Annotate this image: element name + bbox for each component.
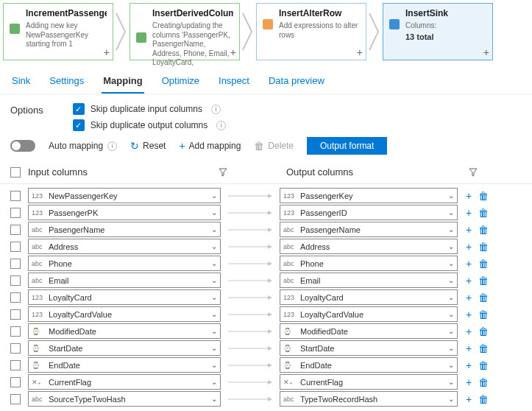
add-row-icon[interactable]: + [464,190,474,202]
add-row-icon[interactable]: + [464,241,474,253]
input-column-select[interactable]: abc PasengerName ⌄ [28,222,221,237]
delete-row-icon[interactable]: 🗑 [478,342,489,354]
add-row-icon[interactable]: + [464,342,474,354]
delete-row-icon[interactable]: 🗑 [478,393,489,405]
info-icon[interactable]: i [216,121,226,130]
add-after-icon[interactable]: + [357,46,363,58]
output-column-select[interactable]: abc TypeTwoRecordHash ⌄ [280,391,458,407]
input-column-select[interactable]: 123 PassengerPK ⌄ [28,205,221,220]
info-icon[interactable]: i [107,141,117,151]
row-checkbox[interactable] [10,242,21,252]
delete-row-icon[interactable]: 🗑 [478,224,489,236]
row-checkbox[interactable] [10,292,21,303]
add-row-icon[interactable]: + [464,224,474,236]
info-icon[interactable]: i [211,105,221,114]
output-column-select[interactable]: abc Address ⌄ [280,239,458,254]
delete-row-icon[interactable]: 🗑 [478,376,489,388]
tab-data-preview[interactable]: Data preview [267,71,326,94]
add-row-icon[interactable]: + [464,309,474,320]
add-after-icon[interactable]: + [230,46,236,58]
row-checkbox[interactable] [10,208,21,218]
row-checkbox[interactable] [10,259,21,269]
input-column-select[interactable]: ⌚ StartDate ⌄ [28,340,221,356]
delete-row-icon[interactable]: 🗑 [478,241,489,253]
output-column-name: StartDate [300,344,334,353]
tab-mapping[interactable]: Mapping [102,71,143,94]
add-row-icon[interactable]: + [464,359,474,371]
output-column-select[interactable]: ⌚ StartDate ⌄ [280,340,458,356]
flow-node-IncrementPassengerKey[interactable]: IncrementPassengerKey Adding new key New… [3,3,113,60]
delete-row-icon[interactable]: 🗑 [478,359,489,371]
input-column-select[interactable]: abc SourceTypeTwoHash ⌄ [28,391,221,407]
flow-node-InsertSink[interactable]: InsertSink Columns: 13 total + [383,3,493,60]
delete-row-icon[interactable]: 🗑 [478,190,489,202]
tab-optimize[interactable]: Optimize [160,71,201,94]
input-column-select[interactable]: abc Address ⌄ [28,239,221,254]
input-column-select[interactable]: ⌚ ModifiedDate ⌄ [28,323,221,339]
output-column-select[interactable]: abc Email ⌄ [280,273,458,288]
output-column-select[interactable]: 123 PassengerID ⌄ [280,205,458,220]
row-checkbox[interactable] [10,225,21,235]
tab-settings[interactable]: Settings [48,71,85,94]
output-format-button[interactable]: Output format [307,137,387,155]
row-checkbox[interactable] [10,326,21,337]
chevron-down-icon: ⌄ [448,259,454,267]
delete-row-icon[interactable]: 🗑 [478,292,489,303]
row-checkbox[interactable] [10,394,21,404]
delete-row-icon[interactable]: 🗑 [478,207,489,219]
add-row-icon[interactable]: + [464,326,474,337]
flow-node-InsertAlterRow[interactable]: InsertAlterRow Add expressions to alter … [256,3,366,60]
add-after-icon[interactable]: + [483,46,489,58]
input-column-select[interactable]: ✕₊ CurrentFlag ⌄ [28,374,221,390]
add-row-icon[interactable]: + [464,275,474,287]
tab-inspect[interactable]: Inspect [217,71,251,94]
input-column-select[interactable]: 123 NewPassengerKey ⌄ [28,188,221,203]
row-checkbox[interactable] [10,360,21,370]
output-column-name: PassengerName [300,225,361,234]
output-column-select[interactable]: 123 LoyaltyCard ⌄ [280,289,458,305]
skip-dup-output-checkbox[interactable]: ✓ [73,119,85,131]
add-row-icon[interactable]: + [464,207,474,219]
type-icon: ⌚ [32,362,45,369]
output-column-select[interactable]: 123 PassengerKey ⌄ [280,188,458,203]
input-column-select[interactable]: 123 LoyaltyCard ⌄ [28,289,221,305]
input-column-select[interactable]: ⌚ EndDate ⌄ [28,357,221,373]
skip-dup-input-checkbox[interactable]: ✓ [73,103,85,115]
output-column-select[interactable]: ⌚ ModifiedDate ⌄ [280,323,458,339]
delete-row-icon[interactable]: 🗑 [478,258,489,270]
add-row-icon[interactable]: + [464,258,474,270]
row-checkbox[interactable] [10,275,21,286]
output-column-select[interactable]: abc Phone ⌄ [280,256,458,271]
flow-node-InsertDerivedColumn[interactable]: InsertDerivedColumn Creating/updating th… [130,3,240,60]
output-column-select[interactable]: 123 LoyaltyCardValue ⌄ [280,306,458,322]
output-column-select[interactable]: ⌚ EndDate ⌄ [280,357,458,373]
add-mapping-button[interactable]: + Add mapping [179,140,241,152]
output-column-select[interactable]: ✕₊ CurrentFlag ⌄ [280,374,458,390]
input-column-select[interactable]: abc Phone ⌄ [28,256,221,271]
auto-mapping-toggle[interactable] [10,140,35,152]
input-column-select[interactable]: abc Email ⌄ [28,273,221,288]
select-all-input-checkbox[interactable] [10,167,21,178]
type-icon: abc [32,260,45,267]
add-row-icon[interactable]: + [464,292,474,303]
add-after-icon[interactable]: + [104,46,110,58]
delete-row-icon[interactable]: 🗑 [478,309,489,320]
filter-icon[interactable] [469,168,478,177]
output-column-select[interactable]: abc PassengerName ⌄ [280,222,458,237]
delete-button[interactable]: 🗑 Delete [254,140,294,152]
filter-icon[interactable] [219,168,227,177]
row-checkbox[interactable] [10,309,21,320]
delete-row-icon[interactable]: 🗑 [478,275,489,287]
delete-row-icon[interactable]: 🗑 [478,326,489,337]
row-checkbox[interactable] [10,377,21,387]
row-checkbox[interactable] [10,343,21,354]
reset-button[interactable]: ↻ Reset [130,140,166,152]
input-column-select[interactable]: 123 LoyaltyCardValue ⌄ [28,306,221,322]
auto-mapping-label: Auto mapping [49,141,103,151]
add-row-icon[interactable]: + [464,376,474,388]
row-checkbox[interactable] [10,191,21,201]
add-row-icon[interactable]: + [464,393,474,405]
output-columns-header: Output columns [286,166,353,178]
tab-sink[interactable]: Sink [10,71,32,94]
mapping-arrow-icon [221,311,280,318]
